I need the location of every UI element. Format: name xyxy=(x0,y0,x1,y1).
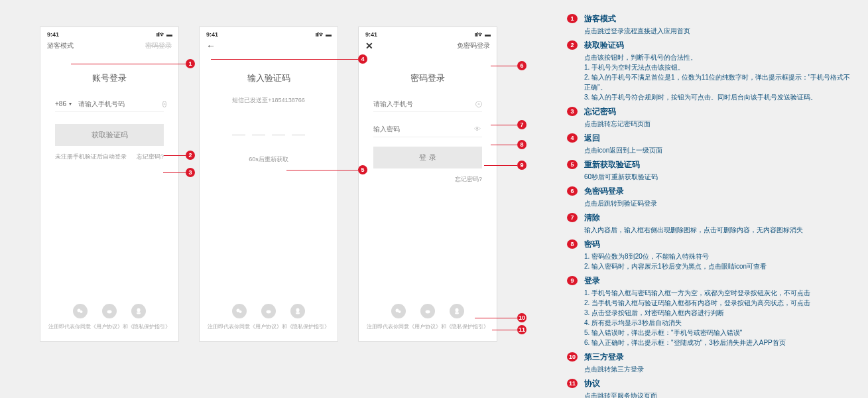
social-login-row xyxy=(40,304,178,318)
svg-point-6 xyxy=(239,310,242,313)
annotation-number: 8 xyxy=(567,239,578,249)
back-icon[interactable]: ← xyxy=(206,40,216,51)
weibo-icon[interactable] xyxy=(261,304,276,318)
annotation-title: 免密码登录 xyxy=(584,186,852,197)
annotation-text: 返回点击icon返回到上一级页面 xyxy=(584,133,852,155)
forgot-password-link[interactable]: 忘记密码? xyxy=(373,175,482,184)
annotation-title: 第三方登录 xyxy=(584,352,852,363)
annotation-text: 获取验证码点击该按钮时，判断手机号的合法性。 1. 手机号为空时无法点击该按钮。… xyxy=(584,40,852,102)
annotation-number: 6 xyxy=(567,186,578,196)
callout-line xyxy=(71,64,186,64)
annotation-title: 忘记密码 xyxy=(584,106,852,117)
phone-mockups: 9:41 ııl ᯤ ▬ 游客模式 密码登录 账号登录 +86 ▾ × 获取验证… xyxy=(40,27,497,342)
qq-icon[interactable] xyxy=(131,304,146,318)
top-nav: 游客模式 密码登录 xyxy=(40,39,178,52)
annotation-title: 登录 xyxy=(584,275,852,287)
passwordless-login-link[interactable]: 免密码登录 xyxy=(457,41,490,50)
phone-input-row: × xyxy=(373,96,482,112)
status-icons: ııl ᯤ ▬ xyxy=(156,31,172,38)
wechat-icon[interactable] xyxy=(391,304,406,318)
country-code[interactable]: +86 xyxy=(55,100,66,107)
annotation-title: 重新获取验证码 xyxy=(584,159,852,170)
code-digit[interactable] xyxy=(292,125,305,135)
close-icon[interactable]: ✕ xyxy=(365,40,373,51)
wechat-icon[interactable] xyxy=(232,304,247,318)
svg-point-9 xyxy=(296,312,300,314)
qq-icon[interactable] xyxy=(450,304,464,318)
weibo-icon[interactable] xyxy=(420,304,435,318)
code-digit[interactable] xyxy=(252,125,265,135)
callout-line xyxy=(163,172,186,173)
status-bar: 9:41 ııl ᯤ ▬ xyxy=(359,27,497,39)
annotation-number: 11 xyxy=(567,379,578,388)
svg-point-8 xyxy=(296,308,300,312)
callout-marker: 4 xyxy=(358,54,367,64)
password-login-link[interactable]: 密码登录 xyxy=(145,41,172,50)
annotation-number: 4 xyxy=(567,133,578,143)
status-icons: ııl ᯤ ▬ xyxy=(474,31,490,38)
eye-icon[interactable]: 👁 xyxy=(474,125,482,133)
annotation-item: 1游客模式点击跳过登录流程直接进入应用首页 xyxy=(567,13,852,36)
forgot-password-link[interactable]: 忘记密码? xyxy=(137,153,164,161)
callout-line xyxy=(475,318,517,318)
annotation-desc: 点击后跳转到验证码登录 xyxy=(584,198,852,208)
qq-icon[interactable] xyxy=(290,304,305,318)
callout-marker: 6 xyxy=(517,61,527,70)
chevron-down-icon[interactable]: ▾ xyxy=(69,101,72,107)
status-bar: 9:41 ııl ᯤ ▬ xyxy=(200,27,338,39)
annotation-desc: 点击该按钮时，判断手机号的合法性。 1. 手机号为空时无法点击该按钮。 2. 输… xyxy=(584,52,852,102)
phone-input[interactable] xyxy=(78,100,162,107)
agreement-text[interactable]: 注册即代表你同意《用户协议》和《隐私保护指引》 xyxy=(40,323,178,330)
status-time: 9:41 xyxy=(365,31,377,38)
annotation-title: 返回 xyxy=(584,133,852,144)
code-digit[interactable] xyxy=(232,125,245,135)
svg-point-12 xyxy=(426,310,430,314)
annotation-number: 10 xyxy=(567,352,578,362)
annotation-item: 6免密码登录点击后跳转到验证码登录 xyxy=(567,186,852,208)
status-icons: ııl ᯤ ▬ xyxy=(315,31,331,38)
callout-marker: 8 xyxy=(517,140,527,149)
sms-sent-hint: 短信已发送至+1854138766 xyxy=(214,96,323,105)
callout-marker: 11 xyxy=(517,325,527,334)
callout-line xyxy=(491,125,517,125)
get-code-button[interactable]: 获取验证码 xyxy=(55,124,164,146)
callout-line xyxy=(491,145,517,145)
status-time: 9:41 xyxy=(47,31,59,38)
annotation-item: 11协议点击跳转至服务协议页面 xyxy=(567,378,852,398)
phone-input[interactable] xyxy=(373,100,475,107)
agreement-text[interactable]: 注册即代表你同意《用户协议》和《隐私保护指引》 xyxy=(359,323,497,330)
phone-2: 9:41 ııl ᯤ ▬ ← 输入验证码 短信已发送至+1854138766 6… xyxy=(199,27,338,342)
annotation-item: 9登录1. 手机号输入框与密码输入框一方为空，或都为空时登录按钮灰化，不可点击 … xyxy=(567,275,852,348)
clear-icon[interactable]: × xyxy=(475,101,482,107)
callout-marker: 1 xyxy=(186,59,195,68)
weibo-icon[interactable] xyxy=(102,304,117,318)
content: 密码登录 × 👁 登 录 忘记密码? xyxy=(359,52,497,184)
callout-line xyxy=(492,330,517,330)
clear-icon[interactable]: × xyxy=(162,101,166,107)
annotation-desc: 60秒后可重新获取验证码 xyxy=(584,172,852,182)
svg-point-13 xyxy=(456,308,459,312)
password-input[interactable] xyxy=(373,125,474,133)
code-input-row[interactable] xyxy=(214,125,323,135)
callout-line xyxy=(286,170,358,170)
annotation-text: 重新获取验证码60秒后可重新获取验证码 xyxy=(584,159,852,182)
content: 输入验证码 短信已发送至+1854138766 60s后重新获取 xyxy=(200,52,338,164)
wechat-icon[interactable] xyxy=(73,304,88,318)
annotation-item: 2获取验证码点击该按钮时，判断手机号的合法性。 1. 手机号为空时无法点击该按钮… xyxy=(567,40,852,102)
code-digit[interactable] xyxy=(272,125,285,135)
annotation-desc: 1. 手机号输入框与密码输入框一方为空，或都为空时登录按钮灰化，不可点击 2. … xyxy=(584,288,852,348)
annotation-item: 10第三方登录点击跳转第三方登录 xyxy=(567,352,852,374)
page-title: 输入验证码 xyxy=(214,72,323,84)
svg-point-1 xyxy=(80,310,83,313)
guest-mode-link[interactable]: 游客模式 xyxy=(47,41,74,50)
annotation-item: 4返回点击icon返回到上一级页面 xyxy=(567,133,852,155)
social-login-row xyxy=(200,304,338,318)
agreement-text[interactable]: 注册即代表你同意《用户协议》和《隐私保护指引》 xyxy=(200,323,338,330)
annotation-number: 7 xyxy=(567,213,578,222)
annotation-text: 忘记密码点击跳转忘记密码页面 xyxy=(584,106,852,129)
annotation-text: 清除输入内容后，输入框右侧出现删除图标，点击可删除内容，无内容图标消失 xyxy=(584,212,852,235)
social-login-row xyxy=(359,304,497,318)
login-button[interactable]: 登 录 xyxy=(373,147,482,168)
annotation-text: 第三方登录点击跳转第三方登录 xyxy=(584,352,852,374)
callout-marker: 9 xyxy=(517,161,527,170)
